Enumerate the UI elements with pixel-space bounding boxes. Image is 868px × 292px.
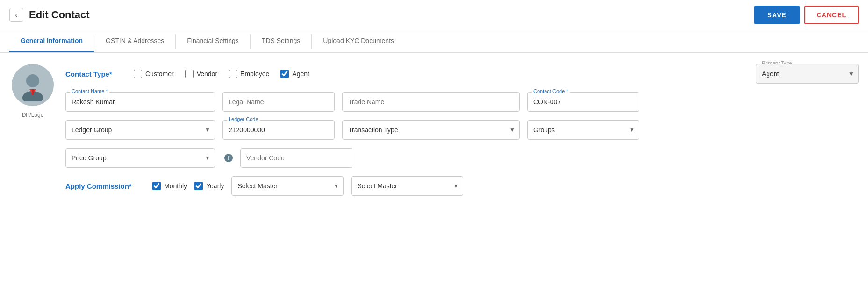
contact-name-field: Contact Name * — [65, 92, 215, 112]
tab-upload-kyc[interactable]: Upload KYC Documents — [312, 30, 405, 52]
form-section: DP/Logo Contact Type* Customer Vendor — [9, 64, 859, 196]
ledger-code-input[interactable] — [222, 120, 335, 140]
svg-point-0 — [26, 74, 39, 87]
back-button[interactable]: ‹ — [9, 8, 23, 22]
select-master-1-wrapper: Select Master ▼ — [231, 176, 344, 196]
tab-bar: General Information GSTIN & Addresses Fi… — [0, 30, 868, 53]
contact-code-field: Contact Code * — [527, 92, 639, 112]
employee-checkbox[interactable] — [229, 70, 237, 78]
trade-name-input[interactable] — [342, 92, 520, 112]
vendor-label: Vendor — [197, 70, 217, 78]
yearly-label: Yearly — [206, 182, 224, 190]
svg-rect-3 — [32, 89, 34, 95]
groups-field: Groups ▼ — [527, 120, 639, 140]
vendor-checkbox[interactable] — [185, 70, 194, 78]
groups-select-wrapper: Groups ▼ — [527, 120, 639, 140]
vendor-code-input[interactable] — [240, 148, 352, 168]
legal-name-field — [222, 92, 335, 112]
avatar-column: DP/Logo — [9, 64, 56, 118]
price-group-field: Price Group ▼ — [65, 148, 215, 168]
transaction-type-select-wrapper: Transaction Type ▼ — [342, 120, 520, 140]
tab-gstin-addresses[interactable]: GSTIN & Addresses — [94, 30, 175, 52]
header: ‹ Edit Contact SAVE CANCEL — [0, 0, 868, 30]
checkbox-customer[interactable]: Customer — [134, 70, 174, 78]
checkbox-agent[interactable]: Agent — [280, 70, 309, 78]
checkbox-employee[interactable]: Employee — [229, 70, 269, 78]
content-area: DP/Logo Contact Type* Customer Vendor — [0, 53, 868, 207]
avatar[interactable] — [12, 64, 54, 106]
apply-commission-row: Apply Commission* Monthly Yearly Select … — [65, 176, 859, 196]
apply-commission-label: Apply Commission* — [65, 182, 145, 190]
page-title: Edit Contact — [29, 9, 90, 21]
transaction-type-select[interactable]: Transaction Type — [342, 120, 520, 140]
header-actions: SAVE CANCEL — [754, 6, 859, 24]
checkbox-vendor[interactable]: Vendor — [185, 70, 217, 78]
ledger-row: Ledger Group ▼ Ledger Code Transaction T… — [65, 120, 859, 140]
agent-label: Agent — [292, 70, 309, 78]
select-master-2-select[interactable]: Select Master — [351, 176, 463, 196]
avatar-label: DP/Logo — [22, 112, 44, 118]
tab-tds-settings[interactable]: TDS Settings — [251, 30, 311, 52]
ledger-group-field: Ledger Group ▼ — [65, 120, 215, 140]
checkbox-monthly[interactable]: Monthly — [152, 182, 187, 190]
agent-checkbox[interactable] — [280, 70, 289, 78]
groups-select[interactable]: Groups — [527, 120, 639, 140]
primary-type-col: Primary Type Agent Customer Vendor Emplo… — [756, 64, 859, 84]
tab-general-information[interactable]: General Information — [9, 30, 94, 52]
cancel-button[interactable]: CANCEL — [804, 6, 859, 24]
price-vendor-row: Price Group ▼ i — [65, 148, 859, 168]
monthly-checkbox[interactable] — [152, 182, 161, 190]
ledger-code-field: Ledger Code — [222, 120, 335, 140]
contact-type-label: Contact Type* — [65, 70, 126, 78]
ledger-group-select[interactable]: Ledger Group — [65, 120, 215, 140]
legal-name-input[interactable] — [222, 92, 335, 112]
price-group-select[interactable]: Price Group — [65, 148, 215, 168]
tab-financial-settings[interactable]: Financial Settings — [176, 30, 250, 52]
primary-type-select-wrapper: Agent Customer Vendor Employee ▼ — [756, 64, 859, 84]
employee-label: Employee — [240, 70, 269, 78]
vendor-code-field — [240, 148, 352, 168]
ledger-group-select-wrapper: Ledger Group ▼ — [65, 120, 215, 140]
yearly-checkbox[interactable] — [194, 182, 203, 190]
transaction-type-field: Transaction Type ▼ — [342, 120, 520, 140]
save-button[interactable]: SAVE — [754, 6, 800, 24]
select-master-1-field: Select Master ▼ — [231, 176, 344, 196]
primary-type-field-group: Primary Type Agent Customer Vendor Emplo… — [756, 64, 859, 84]
trade-name-field — [342, 92, 520, 112]
form-main: Contact Type* Customer Vendor Employee — [65, 64, 859, 196]
select-master-2-field: Select Master ▼ — [351, 176, 463, 196]
select-master-1-select[interactable]: Select Master — [231, 176, 344, 196]
avatar-svg — [16, 69, 49, 101]
contact-type-row: Contact Type* Customer Vendor Employee — [65, 64, 859, 84]
info-icon: i — [224, 154, 233, 162]
customer-checkbox[interactable] — [134, 70, 142, 78]
price-group-select-wrapper: Price Group ▼ — [65, 148, 215, 168]
contact-code-input[interactable] — [527, 92, 639, 112]
contact-name-input[interactable] — [65, 92, 215, 112]
primary-type-select[interactable]: Agent Customer Vendor Employee — [756, 64, 859, 84]
names-row: Contact Name * Contact Code * — [65, 92, 859, 112]
contact-code-label: Contact Code * — [532, 88, 570, 94]
contact-name-label: Contact Name * — [70, 88, 109, 94]
customer-label: Customer — [145, 70, 174, 78]
select-master-2-wrapper: Select Master ▼ — [351, 176, 463, 196]
header-left: ‹ Edit Contact — [9, 8, 90, 22]
contact-type-checkboxes: Customer Vendor Employee Agent — [134, 70, 309, 78]
monthly-label: Monthly — [164, 182, 187, 190]
checkbox-yearly[interactable]: Yearly — [194, 182, 224, 190]
ledger-code-label: Ledger Code — [227, 116, 260, 122]
